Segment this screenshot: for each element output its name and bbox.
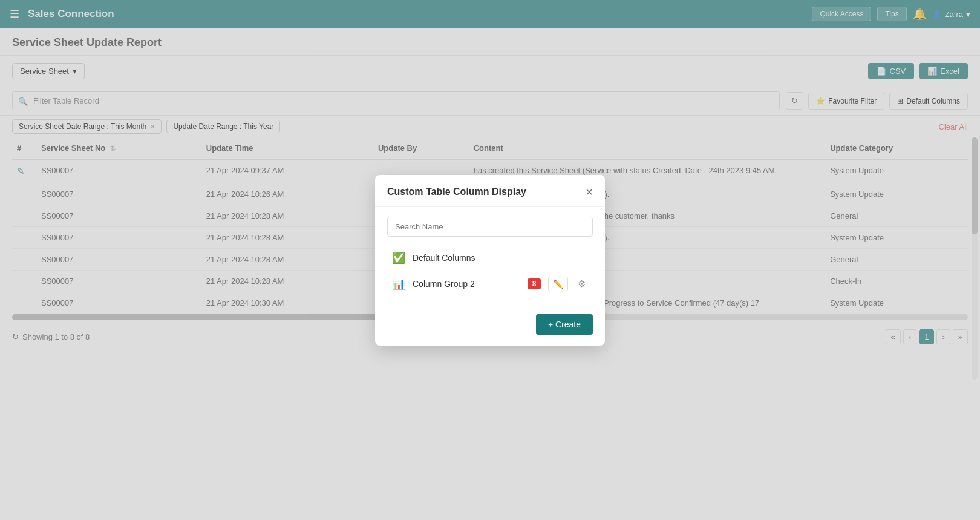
group2-label: Column Group 2 — [413, 279, 520, 289]
column-list-item-default[interactable]: ✅ Default Columns — [387, 245, 593, 271]
modal-overlay: Custom Table Column Display × ✅ Default … — [0, 0, 980, 520]
modal-header: Custom Table Column Display × — [375, 175, 605, 207]
edit-group-button[interactable]: ✏️ — [548, 277, 568, 291]
check-circle-icon: ✅ — [392, 251, 405, 265]
modal-body: ✅ Default Columns 📊 Column Group 2 8 ✏️ … — [375, 207, 605, 307]
column-count-badge: 8 — [528, 278, 541, 289]
modal-title: Custom Table Column Display — [387, 186, 526, 197]
column-list-item-group2[interactable]: 📊 Column Group 2 8 ✏️ ⚙ — [387, 271, 593, 297]
default-columns-label: Default Columns — [413, 253, 588, 263]
modal-footer: + Create — [375, 307, 605, 346]
modal-column-list: ✅ Default Columns 📊 Column Group 2 8 ✏️ … — [387, 245, 593, 297]
modal-close-button[interactable]: × — [586, 186, 593, 198]
custom-column-modal: Custom Table Column Display × ✅ Default … — [375, 175, 605, 346]
modal-search-input[interactable] — [387, 217, 593, 237]
create-button[interactable]: + Create — [536, 314, 593, 335]
chart-icon: 📊 — [392, 277, 405, 291]
settings-group-button[interactable]: ⚙ — [575, 277, 588, 291]
